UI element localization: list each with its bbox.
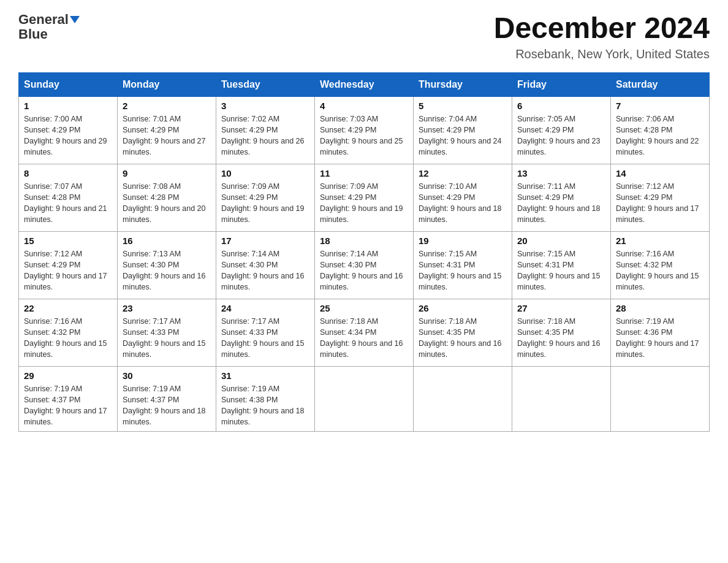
day-info: Sunrise: 7:19 AMSunset: 4:36 PMDaylight:… (616, 316, 704, 361)
day-info: Sunrise: 7:07 AMSunset: 4:28 PMDaylight:… (24, 181, 112, 226)
logo: General Blue (18, 12, 80, 42)
day-info: Sunrise: 7:01 AMSunset: 4:29 PMDaylight:… (123, 113, 211, 158)
day-number: 14 (616, 168, 704, 178)
day-info: Sunrise: 7:06 AMSunset: 4:28 PMDaylight:… (616, 113, 704, 158)
calendar-cell: 18 Sunrise: 7:14 AMSunset: 4:30 PMDaylig… (315, 231, 414, 299)
day-number: 13 (517, 168, 605, 178)
page-header: General Blue December 2024 Rosebank, New… (18, 12, 710, 61)
calendar-cell: 22 Sunrise: 7:16 AMSunset: 4:32 PMDaylig… (19, 299, 118, 366)
day-info: Sunrise: 7:02 AMSunset: 4:29 PMDaylight:… (221, 113, 309, 158)
day-number: 10 (221, 168, 309, 178)
calendar-week-4: 22 Sunrise: 7:16 AMSunset: 4:32 PMDaylig… (19, 299, 710, 366)
calendar-cell: 28 Sunrise: 7:19 AMSunset: 4:36 PMDaylig… (611, 299, 710, 366)
day-number: 26 (419, 303, 507, 313)
calendar-cell: 2 Sunrise: 7:01 AMSunset: 4:29 PMDayligh… (118, 96, 216, 164)
day-number: 30 (123, 370, 211, 381)
day-number: 7 (616, 101, 704, 111)
day-info: Sunrise: 7:11 AMSunset: 4:29 PMDaylight:… (517, 181, 605, 226)
day-info: Sunrise: 7:12 AMSunset: 4:29 PMDaylight:… (24, 248, 112, 293)
day-info: Sunrise: 7:18 AMSunset: 4:35 PMDaylight:… (419, 316, 507, 361)
day-number: 16 (123, 236, 211, 246)
calendar-cell: 10 Sunrise: 7:09 AMSunset: 4:29 PMDaylig… (216, 164, 315, 231)
day-number: 8 (24, 168, 112, 178)
calendar-cell: 9 Sunrise: 7:08 AMSunset: 4:28 PMDayligh… (118, 164, 216, 231)
calendar-cell: 4 Sunrise: 7:03 AMSunset: 4:29 PMDayligh… (315, 96, 414, 164)
day-info: Sunrise: 7:10 AMSunset: 4:29 PMDaylight:… (419, 181, 507, 226)
day-info: Sunrise: 7:08 AMSunset: 4:28 PMDaylight:… (123, 181, 211, 226)
header-tuesday: Tuesday (216, 72, 315, 96)
calendar-cell: 17 Sunrise: 7:14 AMSunset: 4:30 PMDaylig… (216, 231, 315, 299)
day-number: 2 (123, 101, 211, 111)
calendar-cell: 24 Sunrise: 7:17 AMSunset: 4:33 PMDaylig… (216, 299, 315, 366)
day-number: 1 (24, 101, 112, 111)
day-number: 6 (517, 101, 605, 111)
calendar-cell: 16 Sunrise: 7:13 AMSunset: 4:30 PMDaylig… (118, 231, 216, 299)
calendar-cell: 1 Sunrise: 7:00 AMSunset: 4:29 PMDayligh… (19, 96, 118, 164)
day-number: 28 (616, 303, 704, 313)
day-number: 24 (221, 303, 309, 313)
day-number: 31 (221, 370, 309, 381)
day-info: Sunrise: 7:19 AMSunset: 4:37 PMDaylight:… (24, 383, 112, 428)
calendar-cell: 11 Sunrise: 7:09 AMSunset: 4:29 PMDaylig… (315, 164, 414, 231)
calendar-cell: 29 Sunrise: 7:19 AMSunset: 4:37 PMDaylig… (19, 366, 118, 432)
calendar-week-3: 15 Sunrise: 7:12 AMSunset: 4:29 PMDaylig… (19, 231, 710, 299)
logo-blue: Blue (18, 27, 48, 42)
header-saturday: Saturday (611, 72, 710, 96)
calendar-cell (611, 366, 710, 432)
day-number: 27 (517, 303, 605, 313)
day-info: Sunrise: 7:16 AMSunset: 4:32 PMDaylight:… (24, 316, 112, 361)
day-info: Sunrise: 7:04 AMSunset: 4:29 PMDaylight:… (419, 113, 507, 158)
day-number: 29 (24, 370, 112, 381)
calendar-header-row: SundayMondayTuesdayWednesdayThursdayFrid… (19, 72, 710, 96)
calendar-cell: 19 Sunrise: 7:15 AMSunset: 4:31 PMDaylig… (414, 231, 512, 299)
day-info: Sunrise: 7:03 AMSunset: 4:29 PMDaylight:… (320, 113, 408, 158)
day-info: Sunrise: 7:17 AMSunset: 4:33 PMDaylight:… (123, 316, 211, 361)
calendar-cell: 7 Sunrise: 7:06 AMSunset: 4:28 PMDayligh… (611, 96, 710, 164)
location: Rosebank, New York, United States (494, 47, 710, 61)
day-info: Sunrise: 7:15 AMSunset: 4:31 PMDaylight:… (517, 248, 605, 293)
day-number: 23 (123, 303, 211, 313)
day-number: 4 (320, 101, 408, 111)
month-title: December 2024 (494, 12, 710, 45)
calendar-table: SundayMondayTuesdayWednesdayThursdayFrid… (18, 72, 710, 432)
day-number: 22 (24, 303, 112, 313)
calendar-cell: 13 Sunrise: 7:11 AMSunset: 4:29 PMDaylig… (512, 164, 611, 231)
day-info: Sunrise: 7:09 AMSunset: 4:29 PMDaylight:… (221, 181, 309, 226)
calendar-cell: 5 Sunrise: 7:04 AMSunset: 4:29 PMDayligh… (414, 96, 512, 164)
header-friday: Friday (512, 72, 611, 96)
calendar-body: 1 Sunrise: 7:00 AMSunset: 4:29 PMDayligh… (19, 96, 710, 432)
calendar-cell: 31 Sunrise: 7:19 AMSunset: 4:38 PMDaylig… (216, 366, 315, 432)
header-monday: Monday (118, 72, 216, 96)
calendar-cell (512, 366, 611, 432)
logo-general: General (18, 12, 69, 27)
calendar-cell: 27 Sunrise: 7:18 AMSunset: 4:35 PMDaylig… (512, 299, 611, 366)
day-info: Sunrise: 7:19 AMSunset: 4:38 PMDaylight:… (221, 383, 309, 428)
day-number: 11 (320, 168, 408, 178)
calendar-cell: 6 Sunrise: 7:05 AMSunset: 4:29 PMDayligh… (512, 96, 611, 164)
day-number: 9 (123, 168, 211, 178)
calendar-cell: 21 Sunrise: 7:16 AMSunset: 4:32 PMDaylig… (611, 231, 710, 299)
calendar-cell: 26 Sunrise: 7:18 AMSunset: 4:35 PMDaylig… (414, 299, 512, 366)
day-info: Sunrise: 7:12 AMSunset: 4:29 PMDaylight:… (616, 181, 704, 226)
header-thursday: Thursday (414, 72, 512, 96)
calendar-cell: 25 Sunrise: 7:18 AMSunset: 4:34 PMDaylig… (315, 299, 414, 366)
calendar-cell (315, 366, 414, 432)
calendar-cell: 12 Sunrise: 7:10 AMSunset: 4:29 PMDaylig… (414, 164, 512, 231)
day-info: Sunrise: 7:19 AMSunset: 4:37 PMDaylight:… (123, 383, 211, 428)
day-number: 17 (221, 236, 309, 246)
day-number: 20 (517, 236, 605, 246)
day-info: Sunrise: 7:15 AMSunset: 4:31 PMDaylight:… (419, 248, 507, 293)
header-sunday: Sunday (19, 72, 118, 96)
day-number: 18 (320, 236, 408, 246)
day-info: Sunrise: 7:18 AMSunset: 4:34 PMDaylight:… (320, 316, 408, 361)
day-number: 19 (419, 236, 507, 246)
day-number: 3 (221, 101, 309, 111)
day-number: 12 (419, 168, 507, 178)
calendar-cell: 20 Sunrise: 7:15 AMSunset: 4:31 PMDaylig… (512, 231, 611, 299)
calendar-cell: 8 Sunrise: 7:07 AMSunset: 4:28 PMDayligh… (19, 164, 118, 231)
day-info: Sunrise: 7:00 AMSunset: 4:29 PMDaylight:… (24, 113, 112, 158)
day-info: Sunrise: 7:14 AMSunset: 4:30 PMDaylight:… (320, 248, 408, 293)
day-info: Sunrise: 7:05 AMSunset: 4:29 PMDaylight:… (517, 113, 605, 158)
logo-triangle-icon (70, 16, 80, 23)
calendar-week-1: 1 Sunrise: 7:00 AMSunset: 4:29 PMDayligh… (19, 96, 710, 164)
